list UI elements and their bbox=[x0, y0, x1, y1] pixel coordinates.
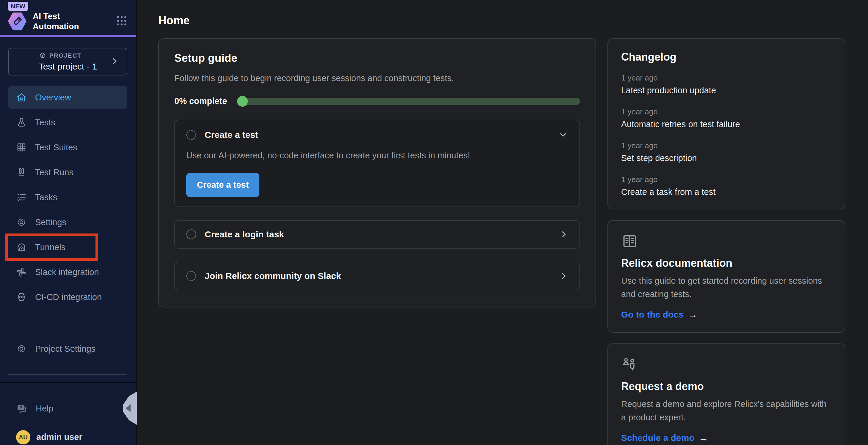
sidebar-item-test-runs[interactable]: Test Runs bbox=[8, 161, 127, 183]
changelog-entry: 1 year ago Automatic retries on test fai… bbox=[621, 107, 832, 129]
step-incomplete-icon bbox=[186, 229, 196, 239]
cube-icon bbox=[39, 52, 46, 60]
schedule-demo-link[interactable]: Schedule a demo bbox=[621, 433, 694, 443]
arrow-right-icon: → bbox=[688, 309, 697, 320]
apps-grid-icon[interactable] bbox=[116, 14, 128, 28]
step-incomplete-icon bbox=[186, 271, 196, 281]
documentation-description: Use this guide to get started recording … bbox=[621, 274, 832, 301]
sidebar-item-tasks[interactable]: Tasks bbox=[8, 186, 127, 209]
people-icon bbox=[621, 356, 832, 373]
test-runs-icon bbox=[16, 167, 27, 178]
arrow-right-icon: → bbox=[699, 433, 708, 444]
sidebar-item-label: Help bbox=[36, 404, 54, 413]
changelog-time: 1 year ago bbox=[621, 141, 832, 150]
sidebar-divider bbox=[8, 374, 127, 375]
gear-icon bbox=[16, 217, 27, 228]
tunnel-icon bbox=[16, 242, 27, 252]
step-title: Join Relicx community on Slack bbox=[205, 271, 341, 281]
changelog-text: Set step description bbox=[621, 153, 832, 163]
app-screen: NEW AI Test Automation bbox=[0, 0, 868, 445]
help-chat-icon: ? bbox=[16, 403, 27, 414]
step-title: Create a login task bbox=[205, 229, 284, 239]
sidebar-item-overview[interactable]: Overview bbox=[8, 86, 127, 109]
step-title: Create a test bbox=[205, 130, 258, 140]
project-name: Test project - 1 bbox=[39, 62, 97, 72]
create-a-test-button[interactable]: Create a test bbox=[186, 173, 259, 197]
sidebar-item-label: CI-CD integration bbox=[35, 292, 102, 302]
sidebar-item-label: Project Settings bbox=[35, 344, 95, 354]
step-create-a-test: Create a test Use our AI-powered, no-cod… bbox=[174, 120, 580, 207]
sidebar-divider bbox=[8, 324, 127, 324]
changelog-card: Changelog 1 year ago Latest production u… bbox=[608, 38, 845, 209]
changelog-text: Automatic retries on test failure bbox=[621, 119, 832, 129]
progress-bar bbox=[238, 98, 580, 105]
step-incomplete-icon bbox=[186, 130, 196, 140]
sidebar-item-help[interactable]: ? Help bbox=[8, 398, 127, 420]
setup-guide-title: Setup guide bbox=[174, 52, 580, 65]
new-badge: NEW bbox=[8, 2, 28, 11]
changelog-time: 1 year ago bbox=[621, 175, 832, 184]
request-demo-description: Request a demo and explore Relicx's capa… bbox=[621, 398, 832, 424]
changelog-time: 1 year ago bbox=[621, 107, 832, 116]
project-label: PROJECT bbox=[50, 52, 82, 59]
sidebar-item-project-settings[interactable]: Project Settings bbox=[8, 338, 127, 360]
changelog-text: Create a task from a test bbox=[621, 187, 832, 197]
collapse-left-icon bbox=[126, 404, 131, 412]
sidebar-item-ci-cd-integration[interactable]: CI-CD integration bbox=[8, 286, 127, 308]
sidebar-item-label: Tasks bbox=[35, 193, 57, 202]
logo-block: NEW AI Test Automation bbox=[0, 0, 136, 37]
sidebar-nav: Overview Tests Test Suites bbox=[0, 83, 136, 311]
sidebar-item-test-suites[interactable]: Test Suites bbox=[8, 136, 127, 159]
sidebar-item-label: Tunnels bbox=[35, 242, 65, 252]
avatar: AU bbox=[16, 430, 30, 444]
changelog-entry: 1 year ago Create a task from a test bbox=[621, 175, 832, 197]
home-icon bbox=[16, 92, 27, 103]
page-title: Home bbox=[158, 14, 846, 27]
go-to-docs-link[interactable]: Go to the docs bbox=[621, 310, 684, 320]
user-menu[interactable]: AU admin user bbox=[0, 430, 136, 445]
setup-guide-subtitle: Follow this guide to begin recording use… bbox=[174, 73, 580, 83]
sidebar-item-tests[interactable]: Tests bbox=[8, 111, 127, 134]
flask-icon bbox=[16, 117, 27, 128]
main-content: Home Setup guide Follow this guide to be… bbox=[137, 0, 868, 445]
sidebar-item-label: Tests bbox=[35, 117, 55, 128]
setup-progress: 0% complete bbox=[174, 96, 580, 106]
sidebar-item-label: Slack integration bbox=[35, 267, 99, 277]
documentation-title: Relicx documentation bbox=[621, 257, 832, 269]
gear-icon bbox=[16, 343, 27, 354]
slack-icon bbox=[16, 267, 27, 277]
chevron-down-icon[interactable] bbox=[558, 130, 568, 140]
sidebar-item-label: Overview bbox=[35, 93, 71, 102]
app-title: AI Test Automation bbox=[33, 11, 83, 31]
request-demo-title: Request a demo bbox=[621, 380, 832, 393]
sidebar: NEW AI Test Automation bbox=[0, 0, 137, 445]
request-demo-card: Request a demo Request a demo and explor… bbox=[608, 343, 845, 445]
chevron-right-icon bbox=[559, 230, 568, 239]
sidebar-item-settings[interactable]: Settings bbox=[8, 211, 127, 234]
project-selector[interactable]: PROJECT Test project - 1 bbox=[8, 48, 127, 75]
changelog-title: Changelog bbox=[621, 51, 832, 63]
step-create-a-login-task[interactable]: Create a login task bbox=[174, 220, 580, 249]
chevron-right-icon bbox=[559, 271, 568, 281]
sidebar-item-slack-integration[interactable]: Slack integration bbox=[8, 261, 127, 283]
setup-guide-card: Setup guide Follow this guide to begin r… bbox=[158, 38, 596, 307]
sidebar-footer-separator bbox=[0, 382, 136, 383]
right-column: Changelog 1 year ago Latest production u… bbox=[608, 38, 845, 445]
chevron-right-icon bbox=[110, 57, 119, 67]
step-join-relicx-community[interactable]: Join Relicx community on Slack bbox=[174, 262, 580, 290]
sidebar-item-label: Test Suites bbox=[35, 143, 78, 152]
tasks-icon bbox=[16, 192, 27, 203]
sidebar-item-label: Test Runs bbox=[35, 168, 73, 177]
sidebar-item-tunnels[interactable]: Tunnels bbox=[8, 236, 127, 259]
changelog-entry: 1 year ago Set step description bbox=[621, 141, 832, 163]
documentation-card: Relicx documentation Use this guide to g… bbox=[608, 220, 845, 333]
svg-text:?: ? bbox=[20, 405, 22, 410]
ci-cd-icon bbox=[16, 292, 27, 302]
app-logo-icon bbox=[8, 12, 27, 31]
step-description: Use our AI-powered, no-code interface to… bbox=[186, 150, 568, 161]
grid-icon bbox=[16, 142, 27, 153]
changelog-time: 1 year ago bbox=[621, 73, 832, 82]
step-header-create-a-test[interactable]: Create a test bbox=[186, 130, 568, 140]
progress-label: 0% complete bbox=[174, 96, 227, 106]
user-name: admin user bbox=[36, 432, 83, 442]
